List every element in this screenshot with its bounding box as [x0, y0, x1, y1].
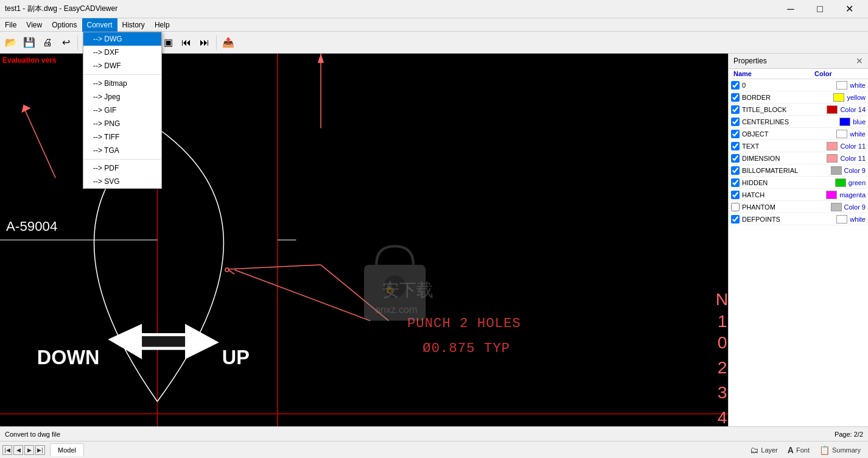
prop-row-border[interactable]: BORDERyellow — [729, 91, 868, 104]
prop-checkbox-defpoints[interactable] — [731, 215, 740, 224]
prop-name-layer0: 0 — [742, 82, 836, 89]
convert-gif[interactable]: --> GIF — [83, 104, 161, 117]
layer-button[interactable]: 🗂 Layer — [747, 444, 780, 456]
properties-header: Properties ✕ — [729, 54, 868, 69]
prop-colorname-layer0: white — [850, 82, 866, 89]
menu-history[interactable]: History — [117, 18, 150, 32]
menu-view[interactable]: View — [21, 18, 47, 32]
prop-checkbox-hatch[interactable] — [731, 191, 740, 199]
convert-tga[interactable]: --> TGA — [83, 144, 161, 157]
svg-text:4: 4 — [718, 407, 727, 426]
prop-row-title_block[interactable]: TITLE_BLOCKColor 14 — [729, 104, 868, 116]
convert-jpeg[interactable]: --> Jpeg — [83, 90, 161, 104]
prop-checkbox-phantom[interactable] — [731, 203, 740, 211]
font-button[interactable]: A Font — [785, 444, 812, 456]
prop-name-object: OBJECT — [742, 130, 836, 138]
prop-checkbox-object[interactable] — [731, 130, 740, 138]
prop-colorname-phantom: Color 9 — [844, 203, 866, 211]
prop-swatch-defpoints — [836, 215, 847, 224]
nav-buttons: |◀ ◀ ▶ ▶| — [0, 445, 47, 455]
summary-icon: 📋 — [819, 445, 830, 455]
prop-swatch-layer0 — [836, 81, 847, 90]
status-bar: Convert to dwg file Page: 2/2 — [0, 426, 868, 441]
menu-options[interactable]: Options — [47, 18, 82, 32]
prop-swatch-border — [833, 93, 844, 102]
prop-row-text[interactable]: TEXTColor 11 — [729, 140, 868, 152]
prop-checkbox-text[interactable] — [731, 142, 740, 150]
minimize-button[interactable]: ─ — [777, 0, 805, 18]
layer-icon: 🗂 — [750, 445, 758, 455]
nav-prev[interactable]: ◀ — [13, 445, 23, 455]
summary-label: Summary — [832, 446, 861, 454]
properties-close-button[interactable]: ✕ — [856, 56, 863, 66]
nav-next[interactable]: ▶ — [24, 445, 34, 455]
menu-file[interactable]: File — [0, 18, 21, 32]
convert-dwg[interactable]: --> DWG — [83, 32, 161, 46]
convert-pdf[interactable]: --> PDF — [83, 161, 161, 175]
prop-row-dimension[interactable]: DIMENSIONColor 11 — [729, 152, 868, 164]
properties-title: Properties — [733, 57, 767, 65]
maximize-button[interactable]: □ — [806, 0, 834, 18]
prop-row-object[interactable]: OBJECTwhite — [729, 128, 868, 140]
prop-colorname-defpoints: white — [850, 216, 866, 223]
properties-panel: Properties ✕ Name Color 0whiteBORDERyell… — [728, 54, 868, 426]
prop-swatch-object — [836, 130, 847, 138]
prop-colorname-object: white — [850, 130, 866, 138]
font-icon: A — [788, 445, 794, 455]
prop-checkbox-layer0[interactable] — [731, 81, 740, 90]
tab-model[interactable]: Model — [50, 443, 84, 456]
toolbar-print[interactable]: 🖨 — [39, 34, 56, 51]
prop-checkbox-billofmaterial[interactable] — [731, 166, 740, 175]
prop-row-layer0[interactable]: 0white — [729, 79, 868, 91]
toolbar-sep-1 — [77, 35, 78, 50]
toolbar-next-page[interactable]: ⏭ — [196, 34, 213, 51]
prop-name-text: TEXT — [742, 143, 827, 150]
toolbar-open[interactable]: 📂 — [2, 34, 19, 51]
prop-checkbox-dimension[interactable] — [731, 154, 740, 163]
bottom-toolbar: 🗂 Layer A Font 📋 Summary — [747, 444, 868, 456]
convert-tiff[interactable]: --> TIFF — [83, 130, 161, 144]
page-indicator: Page: 2/2 — [835, 431, 863, 438]
toolbar-export[interactable]: 📤 — [220, 34, 237, 51]
svg-marker-13 — [142, 336, 185, 347]
convert-bitmap[interactable]: --> Bitmap — [83, 77, 161, 90]
menu-help[interactable]: Help — [150, 18, 175, 32]
prop-row-hatch[interactable]: HATCHmagenta — [729, 189, 868, 201]
prop-name-hatch: HATCH — [742, 191, 826, 199]
summary-button[interactable]: 📋 Summary — [817, 444, 863, 456]
prop-checkbox-title_block[interactable] — [731, 105, 740, 114]
toolbar-fitwin[interactable]: ▣ — [159, 34, 177, 51]
toolbar-save[interactable]: 💾 — [21, 34, 38, 51]
prop-row-billofmaterial[interactable]: BILLOFMATERIALColor 9 — [729, 164, 868, 177]
svg-text:2: 2 — [718, 358, 727, 377]
col-header-color: Color — [814, 70, 863, 77]
toolbar-back[interactable]: ↩ — [57, 34, 74, 51]
prop-name-defpoints: DEFPOINTS — [742, 216, 836, 223]
svg-line-17 — [228, 265, 321, 269]
prop-row-phantom[interactable]: PHANTOMColor 9 — [729, 201, 868, 213]
svg-text:3: 3 — [718, 382, 727, 402]
prop-row-hidden[interactable]: HIDDENgreen — [729, 177, 868, 189]
nav-first[interactable]: |◀ — [2, 445, 12, 455]
nav-last[interactable]: ▶| — [35, 445, 45, 455]
svg-text:1: 1 — [718, 311, 727, 331]
prop-checkbox-hidden[interactable] — [731, 178, 740, 187]
prop-row-centerlines[interactable]: CENTERLINESblue — [729, 116, 868, 128]
prop-colorname-hidden: green — [849, 179, 866, 186]
prop-swatch-text — [827, 142, 838, 150]
prop-checkbox-centerlines[interactable] — [731, 118, 740, 126]
prop-checkbox-border[interactable] — [731, 93, 740, 102]
convert-svg[interactable]: --> SVG — [83, 175, 161, 188]
prop-name-phantom: PHANTOM — [742, 203, 831, 211]
svg-text:0: 0 — [718, 333, 727, 352]
convert-png[interactable]: --> PNG — [83, 117, 161, 130]
divider-2 — [83, 159, 161, 160]
close-button[interactable]: ✕ — [835, 0, 863, 18]
menu-convert[interactable]: Convert — [82, 18, 117, 32]
convert-dwf[interactable]: --> DWF — [83, 59, 161, 72]
toolbar-prev-page[interactable]: ⏮ — [178, 34, 195, 51]
prop-name-title_block: TITLE_BLOCK — [742, 106, 827, 113]
svg-line-20 — [228, 270, 234, 274]
prop-row-defpoints[interactable]: DEFPOINTSwhite — [729, 213, 868, 225]
convert-dxf[interactable]: --> DXF — [83, 46, 161, 59]
